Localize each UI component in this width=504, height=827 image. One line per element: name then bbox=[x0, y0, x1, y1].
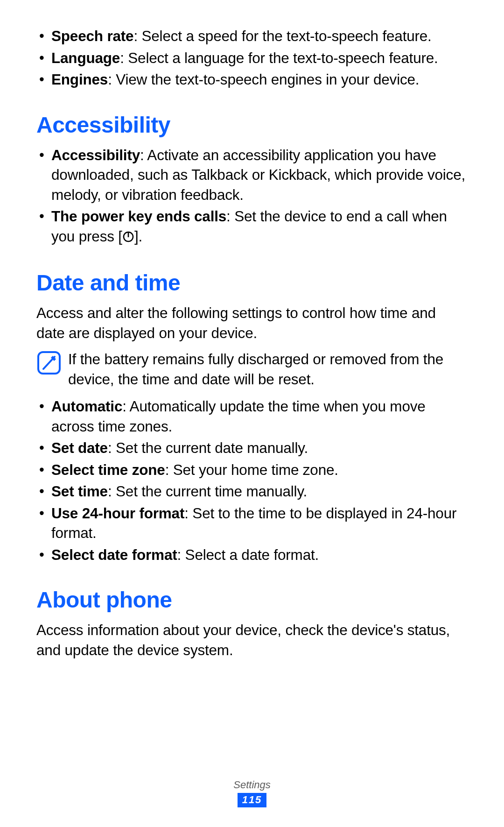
about-phone-heading: About phone bbox=[36, 587, 468, 613]
list-item: Accessibility: Activate an accessibility… bbox=[36, 145, 468, 205]
note-icon bbox=[36, 350, 62, 375]
item-label: Automatic bbox=[51, 398, 122, 415]
list-item: Select date format: Select a date format… bbox=[36, 545, 468, 565]
list-item: Engines: View the text-to-speech engines… bbox=[36, 70, 468, 90]
item-desc: : Set the current time manually. bbox=[108, 483, 307, 500]
page-number-badge: 115 bbox=[238, 793, 267, 807]
date-time-intro: Access and alter the following settings … bbox=[36, 303, 468, 343]
note-block: If the battery remains fully discharged … bbox=[36, 349, 468, 389]
item-label: Accessibility bbox=[51, 147, 140, 163]
tts-settings-list: Speech rate: Select a speed for the text… bbox=[36, 26, 468, 90]
power-icon bbox=[122, 228, 134, 248]
item-desc: : Set your home time zone. bbox=[165, 461, 338, 478]
item-label: Use 24-hour format bbox=[51, 505, 184, 522]
about-phone-intro: Access information about your device, ch… bbox=[36, 620, 468, 660]
footer-section-label: Settings bbox=[0, 779, 504, 791]
item-desc: : Select a language for the text-to-spee… bbox=[120, 49, 438, 66]
list-item: Speech rate: Select a speed for the text… bbox=[36, 26, 468, 46]
item-label: Language bbox=[51, 49, 120, 66]
list-item: Language: Select a language for the text… bbox=[36, 48, 468, 68]
item-desc: : View the text-to-speech engines in you… bbox=[108, 71, 419, 88]
document-page: Speech rate: Select a speed for the text… bbox=[0, 0, 504, 660]
item-desc: : Select a speed for the text-to-speech … bbox=[133, 28, 431, 44]
list-item: The power key ends calls: Set the device… bbox=[36, 206, 468, 247]
list-item: Automatic: Automatically update the time… bbox=[36, 396, 468, 436]
item-desc: : Select a date format. bbox=[177, 546, 319, 563]
item-label: Set time bbox=[51, 483, 108, 500]
list-item: Use 24-hour format: Set to the time to b… bbox=[36, 503, 468, 543]
item-label: Select time zone bbox=[51, 461, 165, 478]
accessibility-heading: Accessibility bbox=[36, 112, 468, 138]
list-item: Select time zone: Set your home time zon… bbox=[36, 460, 468, 480]
note-text: If the battery remains fully discharged … bbox=[68, 349, 468, 389]
accessibility-list: Accessibility: Activate an accessibility… bbox=[36, 145, 468, 248]
item-desc: : Set the current date manually. bbox=[108, 439, 308, 456]
date-time-heading: Date and time bbox=[36, 270, 468, 296]
page-footer: Settings 115 bbox=[0, 779, 504, 807]
item-label: Set date bbox=[51, 439, 108, 456]
list-item: Set date: Set the current date manually. bbox=[36, 438, 468, 458]
item-label: Speech rate bbox=[51, 28, 133, 44]
date-time-list: Automatic: Automatically update the time… bbox=[36, 396, 468, 565]
list-item: Set time: Set the current time manually. bbox=[36, 481, 468, 502]
item-label: The power key ends calls bbox=[51, 208, 226, 225]
item-desc-after: ]. bbox=[134, 228, 142, 245]
item-label: Engines bbox=[51, 71, 108, 88]
item-label: Select date format bbox=[51, 546, 177, 563]
